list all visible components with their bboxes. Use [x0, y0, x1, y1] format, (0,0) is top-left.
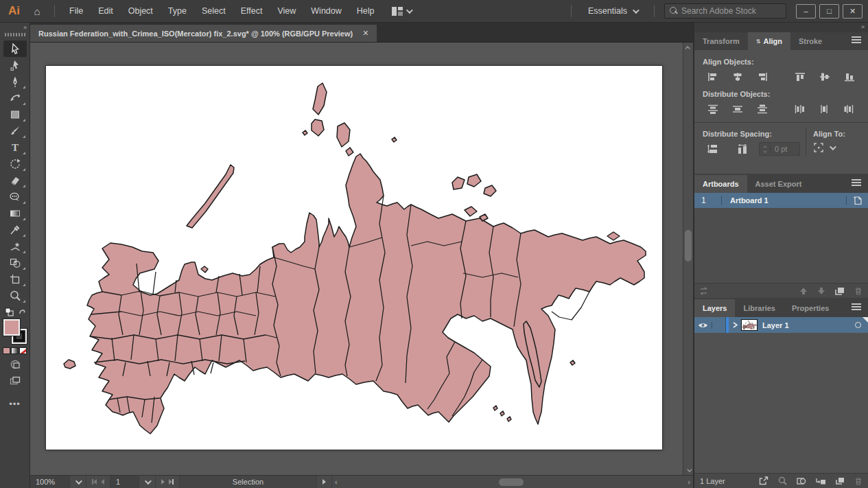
- align-to-dropdown[interactable]: [813, 142, 860, 153]
- tab-align[interactable]: ⇅Align: [748, 32, 790, 50]
- previous-artboard-button[interactable]: [101, 478, 104, 486]
- artboard-number-field[interactable]: 1: [110, 476, 139, 488]
- zoom-dropdown-button[interactable]: [70, 476, 86, 488]
- gradient-tool[interactable]: [3, 205, 27, 222]
- first-artboard-button[interactable]: [92, 478, 97, 486]
- symbol-sprayer-tool[interactable]: [3, 238, 27, 255]
- collapse-toolbar-icon[interactable]: »: [23, 24, 26, 31]
- curvature-tool[interactable]: [3, 90, 27, 106]
- russia-map-object[interactable]: [46, 66, 662, 450]
- status-expand-button[interactable]: [317, 476, 332, 488]
- next-artboard-button[interactable]: [161, 478, 165, 486]
- horizontal-distribute-space-button[interactable]: [733, 142, 753, 156]
- move-artboard-down-icon[interactable]: [817, 287, 825, 295]
- shaper-tool[interactable]: [3, 189, 27, 205]
- scroll-left-icon[interactable]: ‹: [335, 478, 338, 486]
- zoom-tool[interactable]: [3, 288, 27, 304]
- toolbar-grip[interactable]: [5, 33, 25, 36]
- delete-layer-icon[interactable]: [854, 477, 863, 485]
- illustrator-logo[interactable]: Ai: [0, 4, 27, 18]
- tab-transform[interactable]: Transform: [694, 32, 748, 50]
- close-tab-icon[interactable]: ✕: [362, 29, 368, 38]
- horizontal-scroll-thumb[interactable]: [499, 478, 524, 486]
- menu-file[interactable]: File: [62, 6, 91, 16]
- pen-tool[interactable]: [3, 73, 27, 90]
- zoom-level-field[interactable]: 100%: [30, 476, 70, 488]
- direct-selection-tool[interactable]: [3, 57, 27, 73]
- distribute-horizontal-center-button[interactable]: [814, 102, 835, 116]
- fill-stroke-indicator[interactable]: [2, 319, 28, 344]
- workspace-switcher[interactable]: Essentials: [578, 6, 647, 16]
- drawing-modes-button[interactable]: [3, 356, 27, 373]
- artboard-1[interactable]: [46, 66, 662, 450]
- type-tool[interactable]: T: [3, 139, 27, 156]
- fill-stroke-mini-controls[interactable]: [3, 307, 27, 318]
- tab-properties[interactable]: Properties: [784, 299, 837, 317]
- edit-toolbar-button[interactable]: •••: [9, 399, 21, 409]
- visibility-eye-icon[interactable]: [694, 322, 712, 329]
- panel-menu-button[interactable]: [852, 176, 868, 193]
- distribute-top-button[interactable]: [703, 102, 723, 116]
- menu-type[interactable]: Type: [161, 6, 194, 16]
- layers-list-empty-area[interactable]: [694, 333, 868, 473]
- vertical-scroll-thumb[interactable]: [685, 230, 692, 262]
- align-left-button[interactable]: [703, 70, 723, 84]
- distribute-vertical-center-button[interactable]: [727, 102, 748, 116]
- vertical-distribute-space-button[interactable]: [703, 142, 723, 156]
- artboard-row[interactable]: 1 Artboard 1: [694, 193, 868, 208]
- artboard-name[interactable]: Artboard 1: [722, 196, 846, 205]
- gradient-swatch-button[interactable]: [11, 347, 19, 354]
- panel-menu-button[interactable]: [852, 34, 868, 50]
- color-swatch-button[interactable]: [3, 347, 10, 354]
- close-button[interactable]: ✕: [843, 4, 863, 19]
- layer-target-circle[interactable]: [847, 322, 868, 328]
- home-icon[interactable]: ⌂: [27, 5, 47, 17]
- paintbrush-tool[interactable]: [3, 123, 27, 139]
- menu-edit[interactable]: Edit: [91, 6, 121, 16]
- rotate-tool[interactable]: [3, 156, 27, 172]
- lock-toggle-cell[interactable]: [712, 317, 726, 333]
- tab-stroke[interactable]: Stroke: [790, 32, 830, 50]
- artboard-page-icon[interactable]: [846, 196, 868, 205]
- scroll-up-icon[interactable]: [687, 43, 690, 52]
- maximize-button[interactable]: □: [819, 4, 839, 19]
- menu-select[interactable]: Select: [194, 6, 233, 16]
- align-bottom-button[interactable]: [839, 70, 860, 84]
- panel-menu-button[interactable]: [852, 301, 868, 317]
- expand-layer-chevron[interactable]: [729, 322, 741, 328]
- tab-artboards[interactable]: Artboards: [694, 175, 747, 193]
- selection-tool[interactable]: [3, 40, 27, 57]
- layer-row[interactable]: Layer 1: [694, 317, 868, 333]
- canvas-pasteboard[interactable]: [30, 43, 683, 475]
- fill-swatch[interactable]: [3, 319, 20, 336]
- move-artboard-up-icon[interactable]: [799, 287, 808, 295]
- align-horizontal-center-button[interactable]: [727, 70, 748, 84]
- arrange-documents-button[interactable]: [392, 7, 411, 16]
- tab-layers[interactable]: Layers: [694, 299, 735, 317]
- eraser-tool[interactable]: [3, 172, 27, 189]
- menu-effect[interactable]: Effect: [233, 6, 270, 16]
- menu-object[interactable]: Object: [121, 6, 161, 16]
- last-artboard-button[interactable]: [169, 478, 174, 486]
- shape-builder-tool[interactable]: [3, 255, 27, 271]
- locate-object-icon[interactable]: [778, 476, 787, 485]
- artboard-tool[interactable]: [3, 271, 27, 288]
- layer-name[interactable]: Layer 1: [762, 321, 847, 329]
- distribute-right-button[interactable]: [839, 102, 860, 116]
- stepper-arrows-icon[interactable]: [760, 145, 771, 154]
- delete-artboard-icon[interactable]: [854, 287, 863, 295]
- horizontal-scrollbar[interactable]: ‹ ›: [332, 476, 693, 488]
- tab-asset-export[interactable]: Asset Export: [747, 175, 810, 193]
- tab-libraries[interactable]: Libraries: [735, 299, 783, 317]
- eyedropper-tool[interactable]: [3, 222, 27, 238]
- rearrange-artboards-icon[interactable]: [700, 287, 711, 295]
- rectangle-tool[interactable]: [3, 106, 27, 123]
- align-top-button[interactable]: [790, 70, 810, 84]
- scroll-down-icon[interactable]: [687, 465, 690, 475]
- document-tab[interactable]: Russian Federation_with_Crimea_ISO(Merca…: [30, 25, 377, 42]
- adobe-stock-search-input[interactable]: Search Adobe Stock: [664, 3, 786, 19]
- new-layer-icon[interactable]: [836, 477, 845, 485]
- align-vertical-center-button[interactable]: [814, 70, 835, 84]
- scroll-right-icon[interactable]: ›: [688, 478, 690, 486]
- distribute-spacing-stepper[interactable]: 0 pt: [759, 142, 800, 156]
